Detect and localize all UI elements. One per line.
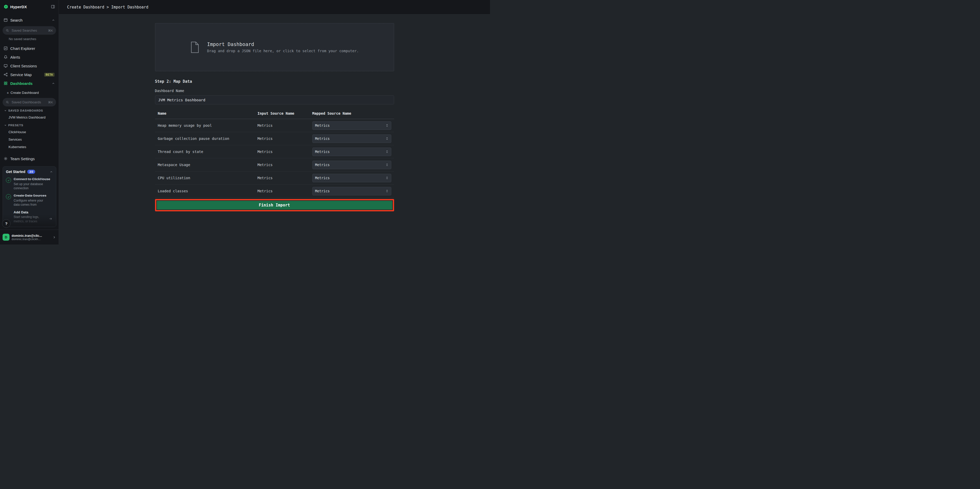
sidebar-item-chart-explorer[interactable]: Chart Explorer (0, 44, 59, 53)
nav-label: Client Sessions (10, 64, 37, 68)
chevron-up-icon (52, 82, 55, 85)
service-map-icon (3, 73, 8, 76)
check-circle-icon (6, 178, 11, 183)
user-email: dominic.tran@clickh... (11, 237, 50, 241)
sidebar-item-alerts[interactable]: Alerts (0, 53, 59, 61)
create-dashboard-button[interactable]: + Create Dashboard (0, 89, 59, 96)
input-source: Metrics (258, 137, 312, 141)
search-icon (6, 100, 9, 104)
table-row: Garbage collection pause duration Metric… (155, 132, 394, 145)
beta-badge: BETA (44, 73, 54, 76)
select-updown-icon (386, 124, 388, 127)
mapped-source-select[interactable]: Metrics (312, 134, 391, 143)
mapped-source-select[interactable]: Metrics (312, 161, 391, 169)
sidebar: HyperDX Search ⌘K No saved searches (0, 0, 59, 244)
shortcut-badge: ⌘K (48, 29, 53, 32)
breadcrumb: Create Dashboard > Import Dashboard (67, 5, 148, 10)
saved-searches-field[interactable]: ⌘K (3, 26, 56, 35)
user-name: dominic.tran@clic... (11, 234, 50, 237)
mapped-source-select[interactable]: Metrics (312, 121, 391, 130)
dropzone-title: Import Dashboard (207, 41, 359, 47)
top-header: Create Dashboard > Import Dashboard (59, 0, 490, 14)
shortcut-badge: ⌘K (48, 100, 53, 104)
finish-import-button[interactable]: Finish Import (157, 201, 392, 210)
get-started-item[interactable]: Connect to ClickHouse Set up your databa… (6, 177, 53, 190)
saved-searches-input[interactable] (11, 28, 46, 33)
sidebar-item-client-sessions[interactable]: Client Sessions (0, 61, 59, 70)
chart-name: Metaspace Usage (155, 163, 258, 167)
saved-dashboards-input[interactable] (11, 100, 46, 104)
chevron-down-icon (4, 124, 7, 126)
nav-label: Dashboards (10, 81, 33, 86)
get-started-item[interactable]: Add Data Start sending logs, metrics, or… (6, 210, 53, 223)
table-row: Thread count by state Metrics Metrics (155, 145, 394, 158)
mapped-source-select[interactable]: Metrics (312, 174, 391, 182)
get-started-header[interactable]: Get Started 2/3 (6, 170, 53, 174)
select-value: Metrics (315, 163, 330, 167)
input-source: Metrics (258, 163, 312, 167)
nav-label: Chart Explorer (10, 46, 35, 51)
mapped-source-select[interactable]: Metrics (312, 187, 391, 195)
help-button[interactable]: ? (2, 219, 11, 228)
avatar: D (3, 234, 10, 241)
chart-explorer-icon (3, 46, 8, 50)
preset-item-kubernetes[interactable]: Kubernetes (0, 143, 59, 151)
sidebar-item-team-settings[interactable]: Team Settings (0, 154, 59, 163)
presets-section[interactable]: PRESETS (0, 122, 59, 128)
arrow-right-icon (49, 217, 52, 221)
saved-dashboards-field[interactable]: ⌘K (3, 98, 56, 107)
input-source: Metrics (258, 189, 312, 193)
input-source: Metrics (258, 150, 312, 154)
chevron-down-icon (4, 109, 7, 112)
get-started-item[interactable]: Create Data Sources Configure where your… (6, 194, 53, 207)
dropzone-subtitle: Drag and drop a JSON file here, or click… (207, 49, 359, 53)
user-menu[interactable]: D dominic.tran@clic... dominic.tran@clic… (0, 229, 59, 244)
select-updown-icon (386, 176, 388, 180)
bell-icon (3, 55, 8, 59)
nav-label: Service Map (10, 73, 32, 77)
logo-row: HyperDX (0, 0, 59, 13)
check-circle-icon (6, 194, 11, 199)
select-updown-icon (386, 137, 388, 140)
get-started-item-title: Connect to ClickHouse (14, 177, 50, 182)
column-header-name: Name (155, 111, 258, 115)
table-row: Heap memory usage by pool Metrics Metric… (155, 119, 394, 132)
get-started-item-title: Create Data Sources (14, 194, 49, 198)
search-section-header[interactable]: Search (0, 15, 59, 25)
get-started-item-title: Add Data (14, 210, 49, 215)
sidebar-item-service-map[interactable]: Service Map BETA (0, 70, 59, 79)
select-updown-icon (386, 163, 388, 167)
step-label: Step 2: Map Data (155, 79, 394, 84)
chart-name: Garbage collection pause duration (155, 137, 258, 141)
nav-label: Team Settings (10, 156, 35, 161)
sidebar-toggle-icon[interactable] (51, 5, 55, 9)
select-value: Metrics (315, 123, 330, 127)
chart-name: Thread count by state (155, 150, 258, 154)
table-row: Metaspace Usage Metrics Metrics (155, 158, 394, 172)
progress-badge: 2/3 (27, 170, 35, 174)
section-label: SAVED DASHBOARDS (8, 109, 43, 112)
search-icon (6, 29, 9, 32)
hyperdx-logo-icon (3, 4, 8, 9)
plus-icon: + (7, 91, 9, 95)
chevron-up-icon (52, 19, 55, 22)
get-started-item-desc: Set up your database connection (14, 182, 49, 190)
sidebar-item-dashboards[interactable]: Dashboards (0, 79, 59, 88)
mapped-source-select[interactable]: Metrics (312, 148, 391, 156)
saved-dashboard-item[interactable]: JVM Metrics Dashboard (0, 114, 59, 121)
get-started-card: Get Started 2/3 Connect to ClickHouse Se… (3, 166, 56, 227)
saved-dashboards-section[interactable]: SAVED DASHBOARDS (0, 107, 59, 114)
select-value: Metrics (315, 189, 330, 193)
gear-icon (3, 156, 8, 161)
dashboard-name-input[interactable] (155, 96, 394, 104)
import-dropzone[interactable]: Import Dashboard Drag and drop a JSON fi… (155, 23, 394, 71)
annotation-highlight: Finish Import (155, 199, 394, 211)
chart-name: Loaded classes (155, 189, 258, 193)
preset-item-services[interactable]: Services (0, 136, 59, 143)
preset-item-clickhouse[interactable]: ClickHouse (0, 128, 59, 136)
search-section-label: Search (10, 18, 22, 22)
get-started-item-desc: Configure where your data comes from (14, 199, 49, 207)
select-updown-icon (386, 150, 388, 153)
column-header-input-source: Input Source Name (258, 111, 312, 115)
main-content: Import Dashboard Drag and drop a JSON fi… (59, 14, 490, 244)
